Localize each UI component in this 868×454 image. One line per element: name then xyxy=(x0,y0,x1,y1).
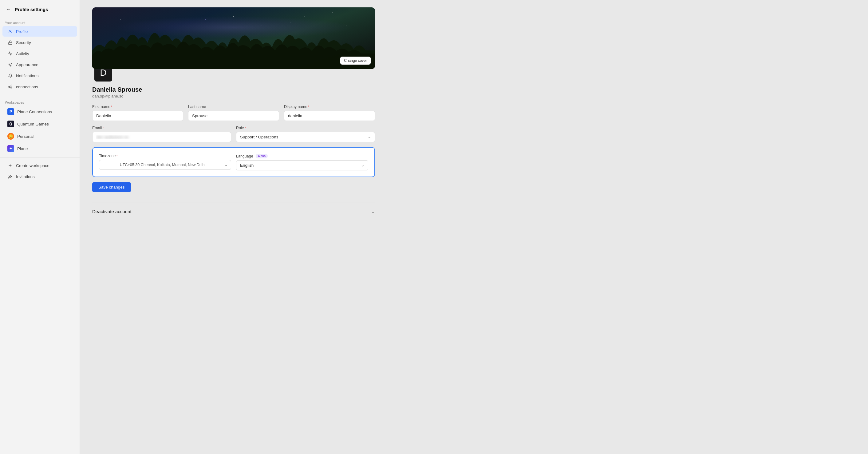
cover-trees-svg xyxy=(92,26,375,69)
sidebar-item-activity-label: Activity xyxy=(16,51,29,56)
workspace-label-plane-connections: Plane Connections xyxy=(17,110,52,114)
user-info: Daniella Sprouse dan.sp@plane.so xyxy=(92,86,856,98)
svg-rect-1 xyxy=(8,42,12,44)
sidebar-title: Profile settings xyxy=(15,7,48,12)
last-name-input[interactable] xyxy=(188,111,279,121)
last-name-field: Last name xyxy=(188,105,279,121)
svg-point-2 xyxy=(9,64,11,65)
svg-point-5 xyxy=(11,88,12,89)
timezone-language-row: Timezone * Language Alpha English Spanis… xyxy=(99,154,368,170)
workspace-avatar-plane-connections: P xyxy=(7,108,14,115)
display-name-field: Display name * xyxy=(284,105,375,121)
avatar-letter: D xyxy=(100,67,107,78)
language-alpha-badge: Alpha xyxy=(256,154,268,159)
timezone-language-section: Timezone * Language Alpha English Spanis… xyxy=(92,147,375,177)
sidebar-header: ← Profile settings xyxy=(0,0,80,18)
language-label: Language Alpha xyxy=(236,154,368,159)
sidebar-item-connections[interactable]: connections xyxy=(2,82,77,92)
sidebar-item-plane[interactable]: ✦ Plane xyxy=(2,143,77,154)
role-field: Role * Support / Operations Engineering … xyxy=(236,126,375,142)
required-star: * xyxy=(111,105,112,109)
sidebar-item-security[interactable]: Security xyxy=(2,37,77,48)
your-account-label: Your account xyxy=(0,18,80,26)
sidebar-item-personal[interactable]: 😊 Personal xyxy=(2,131,77,142)
main-content: Change cover D Daniella Sprouse dan.sp@p… xyxy=(80,0,868,454)
sidebar-item-connections-label: connections xyxy=(16,85,38,89)
sidebar-item-appearance[interactable]: Appearance xyxy=(2,59,77,70)
notifications-icon xyxy=(7,73,13,79)
timezone-field: Timezone * xyxy=(99,154,231,170)
email-label: Email * xyxy=(92,126,231,130)
create-workspace-label: Create workspace xyxy=(16,163,50,168)
first-name-field: First name * xyxy=(92,105,183,121)
sidebar-item-create-workspace[interactable]: + Create workspace xyxy=(2,160,77,171)
workspace-label-quantum-games: Quantum Games xyxy=(17,122,49,126)
sidebar-item-profile[interactable]: Profile xyxy=(2,26,77,37)
timezone-input[interactable] xyxy=(99,160,231,170)
workspace-label-plane: Plane xyxy=(17,146,28,151)
sidebar-divider-2 xyxy=(0,157,80,158)
profile-cover: Change cover xyxy=(92,7,375,69)
sidebar-item-plane-connections[interactable]: P Plane Connections xyxy=(2,106,77,117)
profile-icon xyxy=(7,29,13,34)
deactivate-section: Deactivate account ⌄ xyxy=(92,202,375,215)
required-star-role: * xyxy=(245,126,246,130)
change-cover-button[interactable]: Change cover xyxy=(340,57,371,65)
svg-point-4 xyxy=(8,86,9,87)
sidebar-divider xyxy=(0,95,80,95)
sidebar-item-appearance-label: Appearance xyxy=(16,62,38,67)
sidebar-item-invitations[interactable]: Invitations xyxy=(2,171,77,182)
deactivate-title: Deactivate account xyxy=(92,209,131,214)
activity-icon xyxy=(7,51,13,56)
sidebar-item-security-label: Security xyxy=(16,40,31,45)
sidebar-item-quantum-games[interactable]: Q Quantum Games xyxy=(2,118,77,130)
invitations-label: Invitations xyxy=(16,174,35,179)
sidebar-item-activity[interactable]: Activity xyxy=(2,48,77,59)
sidebar-item-profile-label: Profile xyxy=(16,29,28,34)
first-name-label: First name * xyxy=(92,105,183,109)
language-field: Language Alpha English Spanish French Ge… xyxy=(236,154,368,170)
last-name-label: Last name xyxy=(188,105,279,109)
connections-icon xyxy=(7,84,13,89)
workspace-avatar-quantum-games: Q xyxy=(7,120,14,127)
sidebar: ← Profile settings Your account Profile … xyxy=(0,0,80,454)
sidebar-item-notifications-label: Notifications xyxy=(16,74,39,78)
role-label: Role * xyxy=(236,126,375,130)
email-role-row: Email * Role * Support / Operations Engi… xyxy=(92,126,375,142)
chevron-down-icon[interactable]: ⌄ xyxy=(371,208,375,215)
security-icon xyxy=(7,40,13,45)
svg-point-3 xyxy=(11,85,12,86)
user-name: Daniella Sprouse xyxy=(92,86,856,93)
svg-point-8 xyxy=(9,175,10,176)
language-select[interactable]: English Spanish French German Japanese xyxy=(236,160,368,170)
invitations-icon xyxy=(7,174,13,179)
display-name-input[interactable] xyxy=(284,111,375,121)
back-button[interactable]: ← xyxy=(5,5,12,13)
timezone-select-wrapper xyxy=(99,160,231,170)
plus-icon: + xyxy=(7,163,13,168)
first-name-input[interactable] xyxy=(92,111,183,121)
role-select-wrapper: Support / Operations Engineering Marketi… xyxy=(236,132,375,142)
required-star-tz: * xyxy=(116,154,117,158)
svg-point-0 xyxy=(9,30,11,31)
svg-line-7 xyxy=(9,86,11,86)
appearance-icon xyxy=(7,62,13,67)
workspaces-label: Workspaces xyxy=(0,97,80,106)
email-input[interactable] xyxy=(92,132,231,142)
back-icon: ← xyxy=(6,6,11,12)
email-field: Email * xyxy=(92,126,231,142)
language-select-wrapper: English Spanish French German Japanese xyxy=(236,160,368,170)
user-email: dan.sp@plane.so xyxy=(92,94,856,98)
role-select[interactable]: Support / Operations Engineering Marketi… xyxy=(236,132,375,142)
svg-line-6 xyxy=(9,87,11,88)
workspace-label-personal: Personal xyxy=(17,134,33,139)
sidebar-item-notifications[interactable]: Notifications xyxy=(2,70,77,81)
workspace-avatar-personal: 😊 xyxy=(7,133,14,140)
workspace-avatar-plane: ✦ xyxy=(7,145,14,152)
save-changes-button[interactable]: Save changes xyxy=(92,182,131,192)
required-star-display: * xyxy=(308,105,309,109)
required-star-email: * xyxy=(102,126,103,130)
timezone-label: Timezone * xyxy=(99,154,231,158)
display-name-label: Display name * xyxy=(284,105,375,109)
name-row: First name * Last name Display name * xyxy=(92,105,375,121)
